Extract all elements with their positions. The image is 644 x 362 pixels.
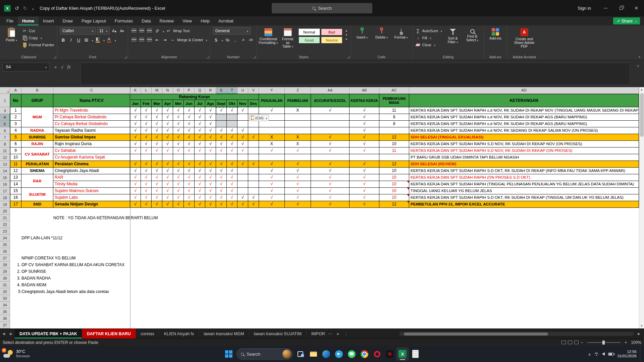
- note-row32-B[interactable]: Cinegriptools Jaya Abadi belum ada data …: [21, 288, 256, 295]
- ribbon-tab-draw[interactable]: Draw: [58, 16, 77, 25]
- cell-Q13[interactable]: √: [195, 161, 205, 168]
- cell-U19[interactable]: √: [237, 201, 248, 208]
- cell-V13[interactable]: √: [248, 161, 259, 168]
- cell-M12[interactable]: [152, 154, 162, 161]
- cell-S3[interactable]: √: [216, 107, 227, 114]
- cell-Z13[interactable]: √: [285, 161, 311, 168]
- cell-Z16[interactable]: √: [285, 181, 311, 188]
- cell-B8[interactable]: RAJIN: [21, 141, 53, 147]
- cell-AD14[interactable]: KERTAS KERJA DAN SPT SUDAH RAPIH S.D OKT…: [409, 168, 639, 174]
- cell-T17[interactable]: √: [227, 188, 237, 194]
- increase-font-size-icon[interactable]: [111, 27, 117, 34]
- find-select-button[interactable]: Find & Select: [464, 27, 481, 43]
- taskbar-clock[interactable]: 12:55 31/01/2026: [617, 350, 637, 358]
- cell-Z19[interactable]: √: [285, 201, 311, 208]
- select-all-corner[interactable]: [0, 87, 10, 94]
- format-painter-button[interactable]: Format Painter: [22, 41, 54, 48]
- cell-T4[interactable]: [227, 114, 237, 121]
- cell-Z3[interactable]: X: [285, 107, 311, 114]
- cell-L11[interactable]: √: [141, 147, 152, 154]
- cell-M15[interactable]: √: [152, 174, 162, 181]
- cell-AC17[interactable]: 10: [379, 188, 409, 194]
- cell-AA19[interactable]: √: [311, 201, 350, 208]
- cell-L7[interactable]: √: [141, 134, 152, 141]
- cell-R13[interactable]: √: [205, 161, 216, 168]
- cell-O6[interactable]: √: [173, 127, 184, 134]
- header-month-okt[interactable]: Okt: [227, 100, 237, 107]
- note-row31-B[interactable]: BADAN MGM: [21, 282, 256, 288]
- cell-T7[interactable]: √: [227, 134, 237, 141]
- row-header-16[interactable]: 16: [0, 181, 10, 188]
- taskbar-app-telegram[interactable]: [332, 347, 345, 361]
- cell-P18[interactable]: √: [184, 194, 195, 201]
- cell-K8[interactable]: √: [130, 141, 141, 147]
- cell-V18[interactable]: √: [248, 194, 259, 201]
- cell-AC12[interactable]: [379, 154, 409, 161]
- row-header-18[interactable]: 18: [0, 194, 10, 201]
- share-button[interactable]: Share: [613, 17, 640, 24]
- row-header-26[interactable]: 26: [0, 248, 10, 255]
- note-row27-B[interactable]: NPWP CORETAX YG BELUM: [21, 255, 256, 261]
- cell-Z14[interactable]: √: [285, 168, 311, 174]
- taskbar-app-opera[interactable]: [371, 347, 383, 361]
- cell-U8[interactable]: √: [237, 141, 248, 147]
- column-header-P[interactable]: P: [184, 87, 195, 94]
- cell-M4[interactable]: √: [152, 114, 162, 121]
- cell-S4[interactable]: [216, 114, 227, 121]
- cell-R4[interactable]: √: [205, 114, 216, 121]
- cell-S13[interactable]: √: [216, 161, 227, 168]
- volume-icon[interactable]: [602, 352, 605, 356]
- cell-Z7[interactable]: X: [285, 134, 311, 141]
- cell-T16[interactable]: √: [227, 181, 237, 188]
- cell-A6[interactable]: 4: [10, 127, 21, 134]
- header-month-apr[interactable]: Apr: [162, 100, 173, 107]
- fill-color-icon[interactable]: [95, 37, 101, 43]
- cell-R6[interactable]: √: [205, 127, 216, 134]
- cell-K7[interactable]: √: [130, 134, 141, 141]
- tray-chevron-icon[interactable]: [588, 351, 591, 357]
- cell-AD3[interactable]: KERTAS KERJA DAN SPT SUDAH RAPIH s.d NOV…: [409, 107, 639, 114]
- note-row29-A[interactable]: 2.: [10, 268, 21, 275]
- cell-S7[interactable]: √: [216, 134, 227, 141]
- cell-A16[interactable]: 14: [10, 181, 21, 188]
- taskbar-app-notepad[interactable]: [409, 347, 422, 361]
- cell-T3[interactable]: √: [227, 107, 237, 114]
- cell-S11[interactable]: √: [216, 147, 227, 154]
- sheet-scroll-left-icon[interactable]: [0, 332, 7, 336]
- decrease-indent-icon[interactable]: [154, 37, 160, 43]
- cell-K19[interactable]: √: [130, 201, 141, 208]
- column-header-V[interactable]: V: [248, 87, 259, 94]
- vertical-scrollbar[interactable]: [639, 87, 644, 328]
- cell-L13[interactable]: √: [141, 161, 152, 168]
- font-size-select[interactable]: 11: [97, 27, 110, 35]
- zoom-slider-thumb[interactable]: [602, 341, 605, 345]
- note-row29-B[interactable]: OP SUNRISE: [21, 268, 256, 275]
- cell-N14[interactable]: √: [162, 168, 173, 174]
- column-header-M[interactable]: M: [152, 87, 162, 94]
- cell-Q8[interactable]: √: [195, 141, 205, 147]
- header-pembukuan-masa[interactable]: PEMBUKUAN MASA: [379, 94, 409, 107]
- cell-AD15[interactable]: KERTAS KERJA DAN SPT SUDAH RAPIH (ON PRO…: [409, 174, 639, 181]
- cell-P14[interactable]: √: [184, 168, 195, 174]
- cell-V16[interactable]: [248, 181, 259, 188]
- cell-B5[interactable]: [21, 121, 53, 127]
- align-right-icon[interactable]: [146, 37, 153, 43]
- zoom-level[interactable]: 100%: [631, 340, 641, 345]
- cell-M8[interactable]: √: [152, 141, 162, 147]
- font-color-icon[interactable]: [107, 37, 112, 43]
- cell-L15[interactable]: √: [141, 174, 152, 181]
- insert-function-icon[interactable]: fx: [67, 64, 71, 70]
- tab-splitter-handle[interactable]: [344, 331, 348, 336]
- cell-Q19[interactable]: √: [195, 201, 205, 208]
- taskbar-app-chrome[interactable]: [358, 347, 371, 361]
- cell-P19[interactable]: √: [184, 201, 195, 208]
- header-month-feb[interactable]: Feb: [141, 100, 152, 107]
- cell-Y13[interactable]: √: [259, 161, 285, 168]
- cell-A8[interactable]: 6: [10, 141, 21, 147]
- cell-S14[interactable]: √: [216, 168, 227, 174]
- battery-icon[interactable]: [608, 353, 614, 356]
- row-header-3[interactable]: 3: [0, 107, 10, 114]
- cell-K14[interactable]: √: [130, 168, 141, 174]
- cell-A17[interactable]: 15: [10, 188, 21, 194]
- cell-AB13[interactable]: √: [350, 161, 379, 168]
